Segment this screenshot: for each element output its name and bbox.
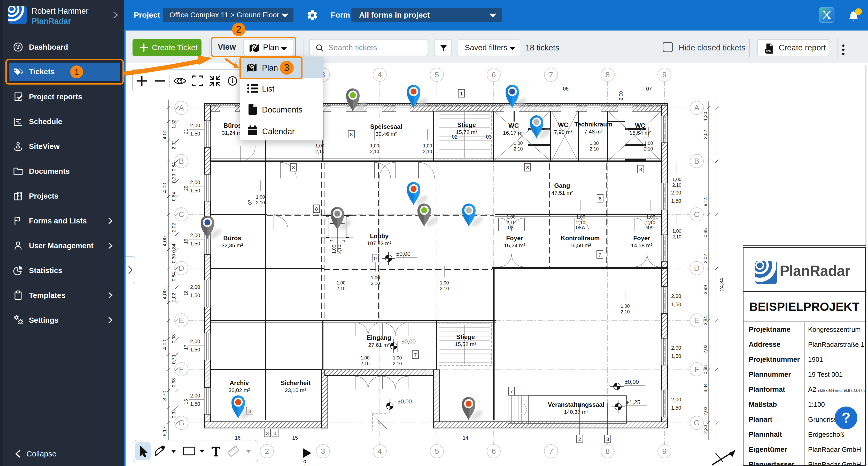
svg-text:2,10: 2,10 [506, 220, 516, 225]
svg-text:07: 07 [646, 86, 652, 91]
svg-text:WC: WC [635, 122, 645, 129]
svg-text:06: 06 [563, 86, 568, 91]
svg-text:2,10: 2,10 [672, 234, 681, 239]
svg-text:20: 20 [183, 186, 189, 191]
svg-text:2,00: 2,00 [190, 284, 200, 290]
svg-text:Archiv: Archiv [230, 379, 249, 386]
svg-text:23,10 m²: 23,10 m² [285, 387, 306, 393]
svg-text:6,17: 6,17 [162, 427, 167, 437]
svg-text:0,84: 0,84 [171, 272, 177, 281]
svg-text:2,10: 2,10 [361, 361, 369, 366]
svg-text:1,50: 1,50 [190, 241, 200, 246]
svg-text:14,58 m²: 14,58 m² [631, 242, 653, 248]
svg-text:21: 21 [183, 129, 189, 134]
svg-text:F: F [179, 365, 184, 373]
svg-text:1,00: 1,00 [514, 141, 523, 146]
svg-text:2,10: 2,10 [514, 146, 523, 151]
svg-text:3: 3 [321, 447, 325, 456]
svg-text:30,46 m²: 30,46 m² [376, 131, 397, 137]
svg-text:24,34: 24,34 [719, 278, 724, 291]
svg-text:16,17 m²: 16,17 m² [503, 130, 524, 136]
svg-text:7: 7 [549, 70, 553, 79]
svg-text:7: 7 [510, 389, 513, 394]
svg-text:1,00: 1,00 [332, 245, 337, 254]
svg-text:8: 8 [640, 167, 642, 172]
svg-text:Veranstaltungssaal: Veranstaltungssaal [548, 401, 604, 408]
svg-text:2,10: 2,10 [644, 146, 653, 151]
svg-text:B: B [694, 157, 699, 165]
svg-text:16,50 m²: 16,50 m² [570, 242, 591, 248]
svg-text:Foyer: Foyer [633, 235, 650, 241]
svg-text:Sicherheit: Sicherheit [281, 379, 311, 386]
svg-text:7: 7 [549, 447, 553, 456]
svg-text:2,00: 2,00 [618, 91, 624, 100]
svg-text:0,30: 0,30 [171, 174, 177, 183]
svg-text:1,00: 1,00 [370, 143, 379, 148]
svg-text:140,37 m²: 140,37 m² [564, 409, 588, 415]
svg-text:Speisesaal: Speisesaal [370, 123, 402, 130]
svg-text:18: 18 [183, 290, 189, 296]
svg-text:1,00: 1,00 [672, 177, 681, 182]
svg-text:0,98: 0,98 [171, 334, 177, 343]
svg-text:0,30: 0,30 [171, 254, 177, 263]
svg-text:1,00: 1,00 [371, 275, 380, 280]
svg-text:1,00: 1,00 [440, 280, 449, 286]
svg-text:1,00: 1,00 [256, 195, 265, 200]
svg-text:15: 15 [292, 435, 298, 441]
svg-text:1,50: 1,50 [190, 131, 200, 137]
svg-text:1,32: 1,32 [171, 119, 177, 128]
svg-text:3,99: 3,99 [703, 285, 708, 294]
svg-text:2,10: 2,10 [423, 149, 432, 154]
svg-text:7,48 m²: 7,48 m² [584, 128, 602, 135]
svg-text:2,10: 2,10 [337, 245, 342, 254]
svg-text:2,10: 2,10 [621, 309, 629, 315]
svg-text:2,10: 2,10 [672, 182, 681, 188]
svg-text:2,03: 2,03 [703, 407, 708, 415]
svg-text:4,00: 4,00 [162, 129, 167, 140]
svg-text:2,00: 2,00 [190, 123, 200, 128]
svg-text:1,50: 1,50 [190, 188, 200, 194]
svg-text:16: 16 [183, 399, 189, 404]
svg-text:30,02 m²: 30,02 m² [228, 387, 250, 393]
svg-text:0,70: 0,70 [171, 355, 177, 364]
svg-text:17: 17 [183, 345, 189, 350]
svg-text:Lobby: Lobby [370, 232, 389, 239]
svg-text:2,10: 2,10 [336, 286, 345, 291]
svg-text:1: 1 [274, 431, 277, 436]
svg-text:PDF: PDF [766, 50, 771, 53]
svg-text:9: 9 [662, 447, 667, 456]
svg-text:02: 02 [452, 134, 458, 140]
svg-text:6: 6 [492, 70, 496, 79]
svg-text:Eingang: Eingang [367, 334, 392, 341]
svg-text:B: B [179, 157, 184, 165]
svg-text:F: F [694, 365, 699, 373]
svg-text:1,00: 1,00 [621, 303, 629, 309]
svg-text:5: 5 [435, 447, 439, 456]
svg-text:4,00: 4,00 [162, 236, 167, 246]
svg-text:Gang: Gang [554, 182, 570, 189]
svg-text:1,20: 1,20 [703, 112, 708, 121]
svg-text:2,10: 2,10 [393, 361, 402, 366]
svg-text:03: 03 [486, 134, 492, 140]
svg-text:4: 4 [378, 447, 382, 456]
svg-text:0,84: 0,84 [171, 162, 177, 171]
svg-text:15,72 m²: 15,72 m² [456, 129, 477, 135]
svg-text:1,00: 1,00 [315, 143, 324, 148]
svg-text:2,10: 2,10 [440, 286, 449, 291]
svg-text:19: 19 [183, 239, 189, 244]
svg-text:1,00: 1,00 [361, 355, 369, 360]
svg-text:Technikraum: Technikraum [574, 121, 613, 128]
svg-text:09: 09 [648, 225, 654, 230]
svg-text:D: D [694, 264, 700, 272]
svg-text:A: A [694, 104, 699, 112]
svg-text:+1,25: +1,25 [626, 399, 641, 406]
svg-text:1,00: 1,00 [646, 214, 655, 220]
svg-text:1,50: 1,50 [671, 405, 681, 411]
svg-text:±0,00: ±0,00 [625, 379, 639, 385]
svg-text:2,10: 2,10 [646, 220, 655, 225]
svg-text:2,10: 2,10 [315, 149, 324, 154]
svg-text:0,84: 0,84 [171, 192, 177, 201]
svg-text:1,00: 1,00 [672, 229, 681, 234]
svg-text:1,50: 1,50 [190, 401, 200, 407]
svg-text:8: 8 [350, 132, 353, 137]
